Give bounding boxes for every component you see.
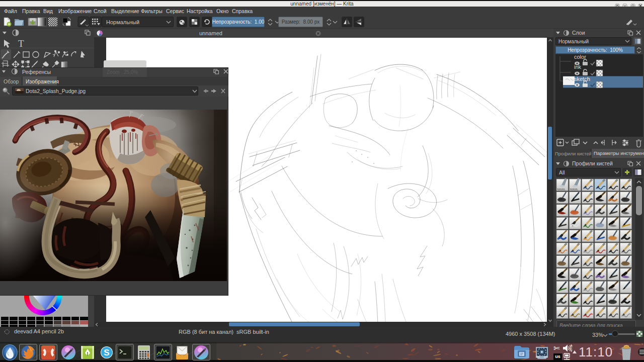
svg-text:S: S (104, 348, 109, 357)
